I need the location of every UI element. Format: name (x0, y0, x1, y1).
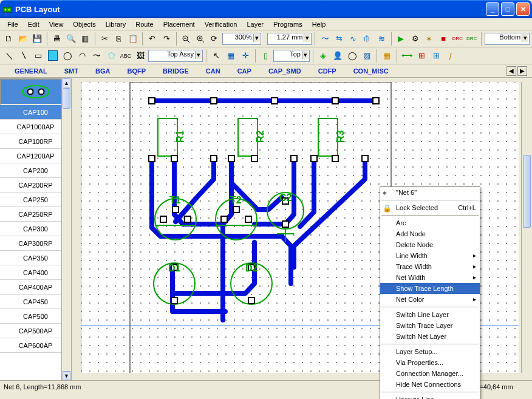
run-icon[interactable]: ▶ (395, 32, 408, 46)
menu-layer[interactable]: Layer (242, 19, 268, 29)
route-fanout-icon[interactable]: ⫛ (361, 32, 373, 46)
tab-cdfp[interactable]: CDFP (310, 66, 345, 77)
menu-file[interactable]: File (2, 19, 23, 29)
autoroute-icon[interactable]: ⚙ (409, 32, 421, 46)
context-menu-item[interactable]: Switch Trace Layer (380, 320, 480, 331)
undo-icon[interactable]: ↶ (146, 32, 159, 46)
component-list[interactable]: CAP100CAP1000APCAP100RPCAP1200APCAP200CA… (0, 105, 71, 353)
list-item[interactable]: CAP450 (0, 295, 71, 309)
context-menu-item[interactable]: Show Trace Length (380, 283, 480, 294)
grid-combo[interactable]: 1.27 mm (267, 33, 312, 45)
list-item[interactable]: CAP500AP (0, 324, 71, 338)
tabs-next-button[interactable]: ▶ (517, 66, 527, 76)
list-item[interactable]: CAP1000AP (0, 120, 71, 134)
func-tool-icon[interactable]: ƒ (444, 49, 457, 63)
context-menu-item[interactable]: Arc (380, 217, 480, 228)
line-tool-icon[interactable]: ＼ (2, 49, 16, 63)
canvas-scroll-vthumb[interactable] (523, 155, 531, 228)
image-tool-icon[interactable]: 🖼 (134, 49, 147, 63)
tab-conmisc[interactable]: CON_MISC (345, 66, 397, 77)
context-menu-item[interactable]: Line Width▸ (380, 250, 480, 261)
menu-library[interactable]: Library (101, 19, 131, 29)
assy-layer-combo[interactable]: Top Assy (148, 50, 203, 62)
route-bus-icon[interactable]: ≋ (375, 32, 388, 46)
context-menu-item[interactable]: 🔒Lock SelectedCtrl+L (380, 202, 480, 213)
menu-programs[interactable]: Programs (268, 19, 307, 29)
cut-icon[interactable]: ✂ (98, 32, 111, 46)
text-tool-icon[interactable]: ABC (119, 49, 132, 63)
arc-tool-icon[interactable]: ◠ (75, 49, 89, 63)
tab-capsmd[interactable]: CAP_SMD (260, 66, 310, 77)
list-item[interactable]: CAP250 (0, 193, 71, 207)
zoomrefresh-icon[interactable]: ⟳ (208, 32, 220, 46)
list-item[interactable]: CAP400 (0, 265, 71, 280)
preview-icon[interactable]: 🔍 (64, 32, 77, 46)
table-tool-icon[interactable]: ▦ (380, 49, 394, 63)
mount-tool-icon[interactable]: 👤 (331, 49, 344, 63)
zoom-combo[interactable]: 300% (222, 33, 261, 45)
context-menu-item[interactable]: Via Properties... (380, 357, 480, 368)
context-menu-item[interactable]: Unroute Line (380, 394, 480, 399)
context-menu-item[interactable]: Hide Net Connections (380, 379, 480, 390)
arrow-tool-icon[interactable]: ↖ (210, 49, 223, 63)
close-button[interactable]: ✕ (516, 2, 530, 16)
minimize-button[interactable]: _ (486, 2, 499, 16)
list-item[interactable]: CAP350 (0, 251, 71, 265)
menu-route[interactable]: Route (131, 19, 158, 29)
save-icon[interactable]: 💾 (31, 32, 44, 46)
component-tool-icon[interactable]: ▯ (259, 49, 272, 63)
list-item[interactable]: CAP300RP (0, 236, 71, 251)
measure-tool-icon[interactable]: ▦ (224, 49, 237, 63)
list-item[interactable]: CAP300 (0, 222, 71, 236)
zoomin-icon[interactable] (194, 32, 206, 46)
titles-icon[interactable]: ▥ (78, 32, 91, 46)
polyfill-tool-icon[interactable]: ⬠ (104, 49, 118, 63)
scroll-down-icon[interactable]: ▼ (63, 371, 70, 380)
tab-bridge[interactable]: BRIDGE (154, 66, 197, 77)
context-menu-item[interactable]: Delete Node (380, 239, 480, 250)
top-combo[interactable]: Top (273, 50, 310, 62)
list-item[interactable]: CAP100RP (0, 134, 71, 149)
drc2-icon[interactable]: DRC (465, 32, 478, 46)
print-icon[interactable]: 🖶 (50, 32, 63, 46)
dim-tool-icon[interactable]: ⟷ (400, 49, 414, 63)
list-item[interactable]: CAP200 (0, 163, 71, 178)
pattern-tool-icon[interactable]: ⊞ (415, 49, 428, 63)
context-menu-item[interactable]: Switch Line Layer (380, 309, 480, 320)
zoomout-icon[interactable] (180, 32, 193, 46)
menu-edit[interactable]: Edit (23, 19, 44, 29)
drc-icon[interactable]: DRC (451, 32, 464, 46)
menu-verification[interactable]: Verification (200, 19, 242, 29)
open-icon[interactable]: 📂 (16, 32, 29, 46)
new-icon[interactable]: 🗋 (2, 32, 15, 46)
tab-smt[interactable]: SMT (56, 66, 87, 77)
poly-tool-icon[interactable]: 〜 (90, 49, 103, 63)
maximize-button[interactable]: □ (501, 2, 514, 16)
menu-objects[interactable]: Objects (68, 19, 100, 29)
context-menu-item[interactable]: Add Node (380, 228, 480, 239)
sidebar-scrollbar[interactable]: ▲ ▼ (61, 78, 71, 380)
list-item[interactable]: CAP400AP (0, 280, 71, 295)
ratsnest-icon[interactable]: ∗ (423, 32, 435, 46)
tab-cap[interactable]: CAP (229, 66, 260, 77)
grid3-tool-icon[interactable]: ⊞ (429, 49, 443, 63)
route-edit-icon[interactable]: ⇆ (333, 32, 346, 46)
tab-bga[interactable]: BGA (87, 66, 118, 77)
layer-combo[interactable]: Bottom (485, 33, 530, 45)
list-item[interactable]: CAP600AP (0, 338, 71, 353)
context-menu-item[interactable]: Switch Net Layer (380, 331, 480, 342)
context-menu-item[interactable]: Connection Manager... (380, 368, 480, 379)
menu-view[interactable]: View (44, 19, 69, 29)
redo-icon[interactable]: ↷ (160, 32, 173, 46)
route-free-icon[interactable]: ∿ (347, 32, 360, 46)
stop-icon[interactable]: ■ (437, 32, 450, 46)
context-menu-item[interactable]: Net Width▸ (380, 272, 480, 283)
route-manual-icon[interactable]: 〜 (318, 32, 331, 46)
list-item[interactable]: CAP100 (0, 105, 71, 120)
list-item[interactable]: CAP250RP (0, 207, 71, 222)
rectfill-tool-icon[interactable] (46, 49, 60, 63)
ellipse-tool-icon[interactable]: ◯ (61, 49, 74, 63)
context-menu-item[interactable]: Layer Setup... (380, 346, 480, 357)
copper-tool-icon[interactable]: ▨ (360, 49, 373, 63)
scroll-up-icon[interactable]: ▲ (63, 78, 70, 87)
